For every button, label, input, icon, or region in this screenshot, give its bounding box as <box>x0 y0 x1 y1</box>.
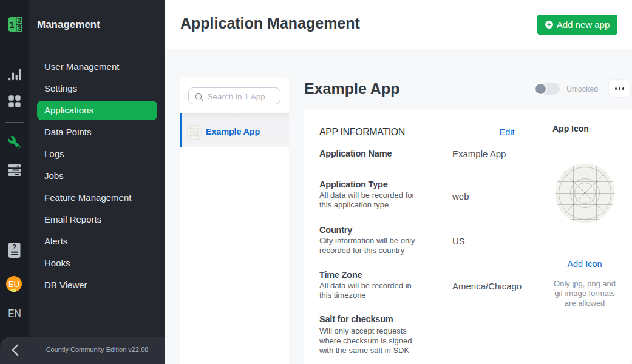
svg-text:?: ? <box>12 243 16 251</box>
svg-text:1: 1 <box>10 20 15 30</box>
svg-text:3: 3 <box>18 24 22 32</box>
